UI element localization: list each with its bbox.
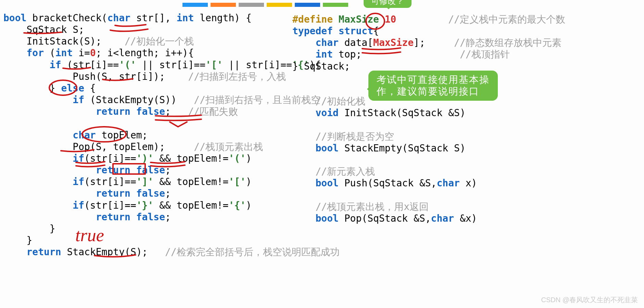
swatch-1 <box>182 3 208 7</box>
code-left-pre: bool bracketCheck(char str[], int length… <box>3 12 291 258</box>
swatch-6 <box>323 3 348 7</box>
swatch-3 <box>239 3 264 7</box>
legend-swatches <box>182 3 348 7</box>
code-right-pre: #define MaxSize 10 //定义栈中元素的最大个数 typedef… <box>292 14 539 224</box>
swatch-5 <box>295 3 320 7</box>
callout-top: 可修改？ <box>364 0 412 8</box>
code-right: #define MaxSize 10 //定义栈中元素的最大个数 typedef… <box>292 14 539 224</box>
swatch-2 <box>211 3 236 7</box>
swatch-4 <box>267 3 292 7</box>
code-left: bool bracketCheck(char str[], int length… <box>3 12 291 258</box>
watermark: CSDN @春风吹又生的不死韭菜 <box>541 296 638 304</box>
